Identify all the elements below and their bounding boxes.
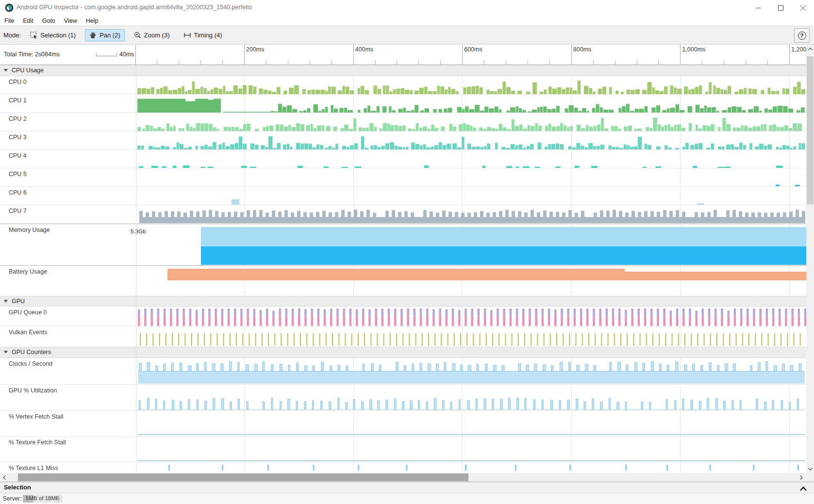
collapse-triangle-icon[interactable] bbox=[4, 351, 8, 354]
selection-mode-button[interactable]: Selection (1) bbox=[26, 29, 80, 41]
ruler-tick-label: 800ms bbox=[573, 46, 592, 53]
track-label: CPU 7 bbox=[9, 208, 27, 214]
scale-bracket bbox=[96, 53, 117, 56]
track-chart-vulkan-events[interactable] bbox=[136, 326, 806, 347]
scroll-right-icon[interactable] bbox=[797, 473, 806, 482]
vertical-scrollbar[interactable] bbox=[806, 45, 814, 473]
track-row-cpu-6[interactable]: CPU 6 bbox=[0, 187, 806, 205]
track-row-texture-fetch-stall[interactable]: % Texture Fetch Stall bbox=[0, 437, 806, 462]
track-label: Memory Usage bbox=[9, 227, 50, 233]
menu-file[interactable]: File bbox=[0, 16, 18, 25]
scale-label: 40ms bbox=[119, 51, 134, 58]
section-header-gpu[interactable]: GPU bbox=[0, 296, 806, 307]
close-button[interactable] bbox=[792, 0, 814, 16]
horizontal-scrollbar-thumb[interactable] bbox=[18, 473, 468, 481]
app-logo-icon bbox=[5, 3, 14, 12]
ruler-minor-tick bbox=[549, 61, 550, 65]
timeline-tracks[interactable]: CPU UsageCPU 0CPU 1CPU 2CPU 3CPU 4CPU 5C… bbox=[0, 65, 806, 473]
track-row-vulkan-events[interactable]: Vulkan Events bbox=[0, 326, 806, 347]
track-row-cpu-5[interactable]: CPU 5 bbox=[0, 168, 806, 187]
track-chart-gpu-utilization[interactable] bbox=[136, 385, 806, 411]
track-label: CPU 6 bbox=[9, 189, 27, 196]
pan-mode-label: Pan (2) bbox=[100, 32, 120, 39]
selection-panel-header[interactable]: Selection bbox=[0, 482, 814, 493]
track-chart-gpu-queue-0[interactable] bbox=[136, 307, 806, 326]
help-icon: ? bbox=[798, 32, 806, 40]
section-label: CPU Usage bbox=[12, 67, 44, 74]
ruler-tick-label: 200ms bbox=[246, 46, 265, 53]
track-chart-memory-usage[interactable] bbox=[136, 224, 806, 266]
collapse-triangle-icon[interactable] bbox=[4, 300, 8, 303]
track-row-cpu-2[interactable]: CPU 2 bbox=[0, 113, 806, 131]
section-label: GPU bbox=[12, 298, 25, 305]
timeline-ruler[interactable]: Total Time: 2s084ms 40ms 200ms400ms600ms… bbox=[0, 45, 806, 65]
vertical-scrollbar-thumb[interactable] bbox=[807, 56, 814, 204]
menu-view[interactable]: View bbox=[60, 16, 82, 25]
track-label: % Texture Fetch Stall bbox=[9, 439, 66, 446]
track-label: % Vertex Fetch Stall bbox=[9, 413, 64, 420]
track-chart-texture-fetch-stall[interactable] bbox=[136, 437, 806, 462]
track-label: % Texture L1 Miss bbox=[9, 465, 58, 471]
mode-label: Mode: bbox=[3, 32, 21, 39]
track-chart-cpu-5[interactable] bbox=[136, 168, 806, 187]
menu-goto[interactable]: Goto bbox=[38, 16, 60, 25]
track-chart-cpu-7[interactable] bbox=[136, 205, 806, 224]
scroll-down-icon[interactable] bbox=[806, 465, 814, 473]
timing-mode-button[interactable]: Timing (4) bbox=[179, 29, 227, 41]
track-row-cpu-1[interactable]: CPU 1 bbox=[0, 95, 806, 113]
track-row-cpu-0[interactable]: CPU 0 bbox=[0, 76, 806, 95]
track-chart-cpu-2[interactable] bbox=[136, 113, 806, 131]
chevron-up-icon[interactable] bbox=[799, 485, 807, 493]
track-label: GPU Queue 0 bbox=[9, 309, 47, 316]
track-chart-cpu-6[interactable] bbox=[136, 187, 806, 205]
app-window: Android GPU Inspector - com.google.andro… bbox=[0, 0, 814, 504]
memory-value-chip: 5.3Gb bbox=[129, 228, 148, 235]
track-row-battery-usage[interactable]: Battery Usage bbox=[0, 265, 806, 296]
track-label: CPU 0 bbox=[9, 79, 27, 85]
track-row-cpu-4[interactable]: CPU 4 bbox=[0, 150, 806, 168]
track-chart-texture-l1-miss[interactable] bbox=[136, 462, 806, 473]
selection-mode-label: Selection (1) bbox=[40, 32, 76, 39]
track-chart-cpu-0[interactable] bbox=[136, 76, 806, 95]
track-chart-vertex-fetch-stall[interactable] bbox=[136, 411, 806, 437]
minimize-button[interactable] bbox=[747, 0, 769, 16]
track-chart-cpu-1[interactable] bbox=[136, 95, 806, 113]
track-row-vertex-fetch-stall[interactable]: % Vertex Fetch Stall bbox=[0, 411, 806, 437]
track-row-cpu-3[interactable]: CPU 3 bbox=[0, 131, 806, 150]
track-label: GPU % Utilization bbox=[9, 387, 57, 394]
horizontal-scrollbar[interactable] bbox=[0, 473, 814, 482]
ruler-major-line bbox=[462, 45, 463, 65]
section-label: GPU Counters bbox=[12, 349, 51, 356]
ruler-minor-tick bbox=[746, 61, 746, 65]
help-button[interactable]: ? bbox=[794, 28, 810, 43]
magnifier-zoom-icon bbox=[134, 32, 141, 39]
menu-help[interactable]: Help bbox=[82, 16, 103, 25]
scroll-left-icon[interactable] bbox=[0, 473, 9, 482]
track-row-clocks-second[interactable]: Clocks / Second bbox=[0, 358, 806, 385]
track-row-gpu-utilization[interactable]: GPU % Utilization bbox=[0, 385, 806, 411]
menu-edit[interactable]: Edit bbox=[18, 16, 38, 25]
ruler-major-line bbox=[680, 45, 681, 65]
ruler-minor-tick bbox=[506, 61, 506, 65]
pan-mode-button[interactable]: Pan (2) bbox=[85, 29, 125, 41]
track-label: Clocks / Second bbox=[9, 360, 52, 367]
ruler-major-line bbox=[789, 45, 790, 65]
track-chart-cpu-4[interactable] bbox=[136, 150, 806, 168]
zoom-mode-button[interactable]: Zoom (3) bbox=[130, 29, 174, 41]
hand-pan-icon bbox=[89, 32, 97, 39]
track-chart-battery-usage[interactable] bbox=[136, 266, 806, 296]
ruler-ticks[interactable]: 200ms400ms600ms800ms1,000ms1,200ms bbox=[136, 45, 806, 65]
track-row-cpu-7[interactable]: CPU 7 bbox=[0, 205, 806, 224]
section-header-cpu-usage[interactable]: CPU Usage bbox=[0, 65, 806, 76]
track-chart-cpu-3[interactable] bbox=[136, 131, 806, 150]
ruler-minor-tick bbox=[288, 61, 288, 65]
maximize-button[interactable] bbox=[769, 0, 792, 16]
scroll-up-icon[interactable] bbox=[806, 45, 814, 53]
track-chart-clocks-second[interactable] bbox=[136, 358, 806, 385]
track-row-gpu-queue-0[interactable]: GPU Queue 0 bbox=[0, 307, 806, 326]
selection-panel-title: Selection bbox=[4, 484, 31, 491]
track-row-texture-l1-miss[interactable]: % Texture L1 Miss bbox=[0, 462, 806, 473]
section-header-gpu-counters[interactable]: GPU Counters bbox=[0, 347, 806, 358]
track-row-memory-usage[interactable]: Memory Usage5.3Gb bbox=[0, 224, 806, 265]
collapse-triangle-icon[interactable] bbox=[4, 69, 8, 72]
